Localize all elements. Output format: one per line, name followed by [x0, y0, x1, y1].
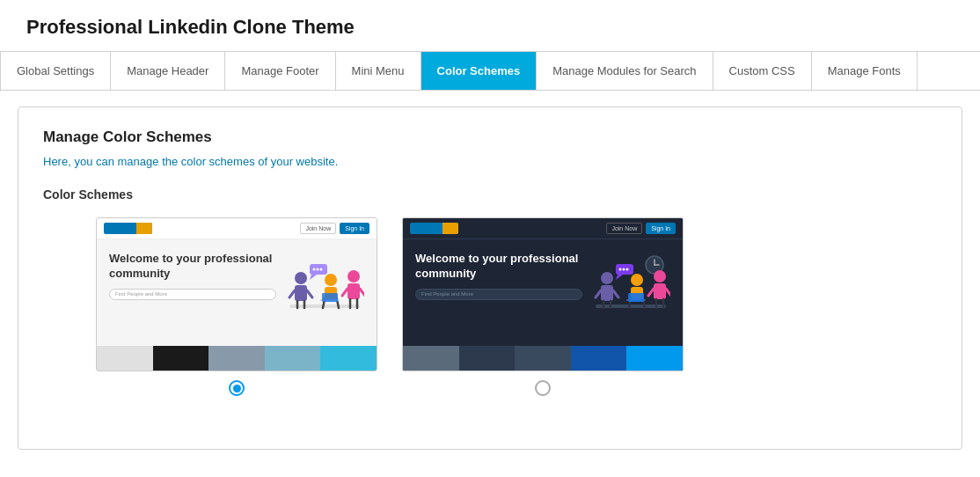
svg-marker-35: [616, 275, 623, 280]
svg-point-36: [619, 268, 622, 271]
color-swatches-light: [97, 346, 377, 371]
header-btns-dark: Join Now Sign In: [606, 223, 676, 234]
illustration-dark: [591, 252, 670, 322]
headline-light: Welcome to your professional community: [109, 252, 276, 282]
schemes-grid: Join Now Sign In Welcome to your profess…: [43, 217, 937, 396]
logo-light: [104, 223, 152, 234]
tab-manage-fonts[interactable]: Manage Fonts: [812, 52, 918, 90]
swatch-light-1: [97, 346, 153, 371]
preview-body-light: Welcome to your professional community F…: [97, 239, 377, 322]
preview-header-dark: Join Now Sign In: [403, 218, 683, 239]
radio-outer-light: [229, 380, 245, 396]
section-heading: Color Schemes: [43, 187, 937, 202]
svg-point-10: [317, 268, 319, 271]
radio-outer-dark: [535, 380, 551, 396]
svg-rect-19: [347, 283, 360, 299]
svg-rect-44: [628, 293, 644, 302]
page-title: Professional Linkedin Clone Theme: [0, 0, 980, 51]
content-subtitle: Here, you can manage the color schemes o…: [43, 155, 937, 168]
search-placeholder-light: Find People and More: [115, 291, 167, 297]
svg-rect-17: [322, 293, 338, 302]
search-placeholder-dark: Find People and More: [421, 291, 473, 297]
tab-mini-menu[interactable]: Mini Menu: [336, 52, 421, 90]
svg-line-20: [342, 289, 347, 296]
svg-point-38: [626, 268, 629, 271]
svg-line-30: [596, 290, 601, 297]
svg-marker-8: [310, 275, 317, 280]
svg-line-47: [648, 289, 654, 296]
svg-point-9: [313, 268, 316, 271]
swatch-dark-4: [571, 346, 627, 371]
svg-line-4: [307, 290, 312, 297]
swatch-dark-2: [459, 346, 516, 371]
preview-text-dark: Welcome to your professional community F…: [415, 252, 582, 322]
svg-line-3: [289, 290, 295, 297]
radio-inner-light: [233, 385, 241, 393]
logo-dark: [410, 223, 458, 234]
svg-point-18: [347, 270, 360, 283]
swatch-dark-5: [626, 346, 683, 371]
svg-point-45: [654, 270, 666, 283]
svg-line-48: [666, 289, 670, 296]
tab-manage-footer[interactable]: Manage Footer: [225, 52, 335, 90]
tab-manage-header[interactable]: Manage Header: [111, 52, 225, 90]
color-swatches-dark: [403, 346, 683, 371]
swatch-light-2: [153, 346, 209, 371]
svg-point-37: [623, 268, 625, 271]
content-heading: Manage Color Schemes: [43, 128, 937, 146]
scheme-card-light[interactable]: Join Now Sign In Welcome to your profess…: [96, 217, 377, 396]
preview-body-dark: Welcome to your professional community F…: [403, 239, 683, 322]
preview-text-light: Welcome to your professional community F…: [109, 252, 276, 322]
headline-dark: Welcome to your professional community: [415, 252, 582, 282]
tab-manage-modules-search[interactable]: Manage Modules for Search: [537, 52, 713, 90]
content-area: Manage Color Schemes Here, you can manag…: [18, 106, 962, 450]
svg-point-11: [320, 268, 323, 271]
radio-light[interactable]: [229, 380, 245, 396]
search-bar-light: Find People and More: [109, 289, 276, 300]
illustration-light: [285, 252, 364, 322]
swatch-dark-1: [403, 346, 459, 371]
scheme-card-dark[interactable]: Join Now Sign In Welcome to your profess…: [402, 217, 684, 396]
header-btns-light: Join Now Sign In: [300, 223, 369, 234]
tab-color-schemes[interactable]: Color Schemes: [421, 52, 538, 90]
scheme-preview-light: Join Now Sign In Welcome to your profess…: [96, 217, 377, 371]
svg-point-12: [325, 274, 337, 286]
tabs-container: Global Settings Manage Header Manage Foo…: [0, 51, 980, 91]
tab-custom-css[interactable]: Custom CSS: [713, 52, 812, 90]
swatch-light-5: [320, 346, 377, 371]
preview-header-light: Join Now Sign In: [97, 218, 377, 239]
svg-rect-46: [654, 283, 666, 299]
svg-rect-2: [295, 285, 307, 301]
sign-btn-light: Sign In: [340, 223, 369, 234]
svg-rect-29: [601, 285, 613, 301]
sign-btn-dark: Sign In: [646, 223, 676, 234]
svg-line-21: [360, 289, 364, 296]
svg-point-28: [601, 272, 613, 284]
swatch-light-4: [265, 346, 321, 371]
search-bar-dark: Find People and More: [415, 289, 582, 300]
join-btn-dark: Join Now: [606, 223, 642, 234]
swatch-dark-3: [515, 346, 571, 371]
svg-line-31: [613, 290, 618, 297]
swatch-light-3: [208, 346, 265, 371]
radio-dark[interactable]: [535, 380, 551, 396]
svg-point-39: [631, 274, 643, 286]
scheme-preview-dark: Join Now Sign In Welcome to your profess…: [402, 217, 684, 371]
page-wrapper: Professional Linkedin Clone Theme Global…: [0, 0, 980, 477]
join-btn-light: Join Now: [300, 223, 336, 234]
svg-point-1: [295, 272, 307, 284]
tab-global-settings[interactable]: Global Settings: [0, 52, 111, 90]
